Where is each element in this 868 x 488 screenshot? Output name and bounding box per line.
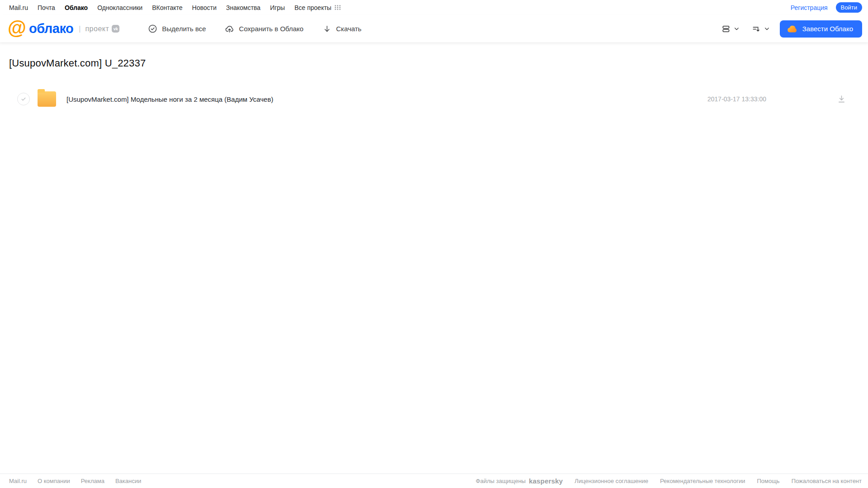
download-label: Скачать [336,25,361,33]
all-projects-grid-icon[interactable] [335,5,341,10]
portal-nav: Mail.ru Почта Облако Одноклассники ВКонт… [0,0,868,15]
download-arrow-icon [323,24,332,33]
file-date: 2017-03-17 13:33:00 [707,95,766,103]
file-row[interactable]: [UsupovMarket.com] Модельные ноги за 2 м… [9,87,859,111]
footer-link-recommendation-tech[interactable]: Рекомендательные технологии [660,478,745,484]
cloud-logo[interactable]: @ облако [8,20,73,38]
view-controls [721,24,770,33]
portal-link-vkontakte[interactable]: ВКонтакте [152,4,182,11]
portal-link-mailru[interactable]: Mail.ru [9,4,28,11]
footer-link-about[interactable]: О компании [38,478,70,484]
select-all-button[interactable]: Выделить все [148,24,206,33]
portal-link-dating[interactable]: Знакомства [226,4,261,11]
folder-name-link[interactable]: [UsupovMarket.com] Модельные ноги за 2 м… [66,95,273,103]
portal-link-mail[interactable]: Почта [38,4,55,11]
registration-link[interactable]: Регистрация [791,4,828,11]
get-cloud-label: Завести Облако [802,25,853,33]
footer-link-ads[interactable]: Реклама [81,478,104,484]
folder-icon [38,91,56,107]
get-cloud-button[interactable]: Завести Облако [780,20,862,38]
file-toolbar: Выделить все Сохранить в Облако Скачать [148,24,361,33]
view-mode-dropdown[interactable] [721,24,740,33]
footer-link-license[interactable]: Лицензионное соглашение [574,478,648,484]
vk-project-tag: | проект vk [79,25,119,33]
project-label: проект [85,25,109,33]
footer-right-links: Файлы защищены kaspersky Лицензионное со… [476,477,862,485]
row-download-button[interactable] [837,95,846,104]
download-button[interactable]: Скачать [323,24,361,33]
header: @ облако | проект vk Выделить все Сохран… [0,15,868,43]
portal-link-games[interactable]: Игры [270,4,285,11]
cloud-icon [787,25,798,33]
kaspersky-protection: Файлы защищены kaspersky [476,477,563,485]
mailru-at-icon: @ [8,19,26,38]
save-to-cloud-button[interactable]: Сохранить в Облако [225,24,304,33]
check-circle-icon [148,24,157,33]
kaspersky-logo[interactable]: kaspersky [529,477,563,485]
footer-link-jobs[interactable]: Вакансии [115,478,141,484]
row-checkbox[interactable] [17,93,30,105]
page-title: [UsupovMarket.com] U_22337 [9,57,859,69]
login-button[interactable]: Войти [836,2,862,13]
portal-link-all-projects[interactable]: Все проекты [294,4,332,11]
portal-link-odnoklassniki[interactable]: Одноклассники [97,4,142,11]
footer-link-mailru[interactable]: Mail.ru [9,478,27,484]
footer: Mail.ru О компании Реклама Вакансии Файл… [0,474,868,488]
list-view-icon [721,24,730,33]
vk-icon: vk [112,25,119,33]
divider: | [79,25,81,33]
cloud-upload-icon [225,24,234,33]
portal-link-news[interactable]: Новости [192,4,217,11]
footer-left-links: Mail.ru О компании Реклама Вакансии [9,478,141,484]
footer-link-help[interactable]: Помощь [757,478,779,484]
chevron-down-icon [734,26,740,32]
select-all-label: Выделить все [162,25,206,33]
protected-label: Файлы защищены [476,478,526,484]
sort-icon [752,24,761,33]
portal-link-cloud[interactable]: Облако [65,4,88,11]
portal-links: Mail.ru Почта Облако Одноклассники ВКонт… [9,4,332,11]
save-to-cloud-label: Сохранить в Облако [239,25,304,33]
footer-link-report-content[interactable]: Пожаловаться на контент [792,478,862,484]
chevron-down-icon [764,26,770,32]
file-list: [UsupovMarket.com] Модельные ноги за 2 м… [9,87,859,111]
sort-dropdown[interactable] [752,24,770,33]
main-content: [UsupovMarket.com] U_22337 [UsupovMarket… [0,43,868,474]
logo-wordmark: облако [29,21,73,36]
